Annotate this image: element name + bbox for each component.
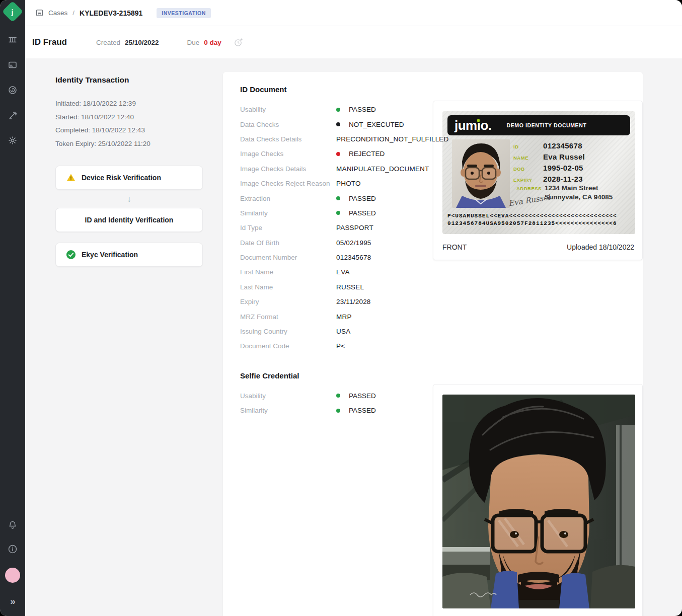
field-row: Extraction PASSED [240, 191, 447, 205]
idcard-header-title: DEMO IDENTITY DOCUMENT [507, 122, 587, 128]
field-value: 012345678 [336, 254, 447, 261]
field-label: Image Checks [240, 150, 336, 158]
card-icon[interactable] [7, 59, 18, 70]
field-value-text: 012345678 [336, 254, 371, 261]
transaction-title: Identity Transaction [55, 75, 203, 85]
field-value-text: PASSPORT [336, 224, 373, 232]
step-label: Ekyc Verification [82, 251, 138, 259]
field-value-text: P< [336, 342, 345, 350]
field-value: P< [336, 342, 447, 350]
selfie-image[interactable] [442, 395, 635, 608]
field-label: First Name [240, 268, 336, 276]
field-value-text: PASSED [349, 106, 376, 113]
status-dot-icon [336, 122, 340, 126]
field-value-text: PASSED [349, 407, 376, 414]
status-dot-icon [336, 394, 340, 398]
id-document-image[interactable]: jumıo. DEMO IDENTITY DOCUMENT [442, 111, 635, 234]
step-label: Device Risk Verification [82, 174, 161, 182]
breadcrumb-case-id: KYLEDEV3-215891 [80, 9, 142, 17]
content-area: Cases / KYLEDEV3-215891 INVESTIGATION ID… [25, 0, 682, 616]
field-row: Image Checks Details MANIPULATED_DOCUMEN… [240, 162, 447, 176]
idcard-field-row: NAME Eva Russel [513, 152, 585, 164]
idcard-field-value: Eva Russel [543, 152, 585, 161]
idcard-field-label: DOB [513, 166, 543, 172]
idcard-fields: ID 012345678 NAME Eva Russel DOB 1995-02… [513, 141, 585, 186]
transaction-meta-row: Started: 18/10/2022 12:40 [55, 111, 203, 124]
step-connector-arrow: ↓ [55, 195, 203, 203]
field-value-text: 23/11/2028 [336, 298, 371, 305]
app-logo[interactable]: j [2, 1, 23, 22]
field-value: PRECONDITION_NOT_FULFILLED [336, 135, 449, 143]
field-row: Usability PASSED [240, 389, 447, 403]
field-row: Image Checks REJECTED [240, 146, 447, 161]
field-value-text: NOT_EXECUTED [349, 121, 404, 128]
breadcrumb: Cases / KYLEDEV3-215891 INVESTIGATION [25, 0, 682, 26]
sidebar-expand-chevrons-icon[interactable]: » [10, 596, 15, 607]
field-row: Image Checks Reject Reason PHOTO [240, 176, 447, 191]
field-value: PHOTO [336, 180, 447, 187]
id-document-section-title: ID Document [240, 85, 643, 94]
status-dot-icon [336, 108, 340, 112]
field-label: Date Of Birth [240, 239, 336, 247]
breadcrumb-separator: / [72, 9, 74, 17]
verification-step-card[interactable]: Device Risk Verification [55, 166, 203, 190]
field-label: Extraction [240, 195, 336, 202]
verification-step-card[interactable]: Ekyc Verification [55, 243, 203, 267]
field-label: Usability [240, 106, 336, 113]
status-dot-icon [336, 196, 340, 200]
user-avatar[interactable] [5, 568, 20, 583]
field-value: RUSSEL [336, 283, 447, 291]
field-value: PASSED [336, 407, 447, 414]
field-label: Usability [240, 392, 336, 400]
verification-step-card[interactable]: ID and Identity Verification [55, 208, 203, 232]
field-value: PASSED [336, 106, 447, 113]
queue-icon[interactable] [7, 34, 18, 45]
idcard-mrz: P<USARUSSEL<<EVA<<<<<<<<<<<<<<<<<<<<<<<<… [447, 212, 630, 227]
case-investigation-page: j » [0, 0, 682, 616]
field-row: Similarity PASSED [240, 403, 447, 418]
case-body: Identity Transaction Initiated: 18/10/20… [25, 58, 682, 616]
idcard-field-label: NAME [513, 155, 543, 161]
status-dot-icon [336, 409, 340, 413]
field-value-text: EVA [336, 268, 350, 276]
field-value: PASSPORT [336, 224, 447, 232]
tools-icon[interactable] [7, 110, 18, 121]
jumio-logo: jumıo. [454, 119, 492, 132]
idcard-field-row: ID 012345678 [513, 141, 585, 152]
field-value-text: MRP [336, 313, 352, 321]
info-icon[interactable] [7, 544, 18, 555]
field-row: MRZ Format MRP [240, 309, 447, 324]
due-label: Due [187, 39, 200, 46]
field-label: Image Checks Reject Reason [240, 180, 336, 187]
idcard-address-value: 1234 Main Street Sunnyvale, CA 94085 [545, 184, 613, 202]
monitor-dial-icon[interactable] [7, 85, 18, 96]
field-value-text: MANIPULATED_DOCUMENT [336, 165, 429, 173]
credentials-panel: ID Document Usability PASSED Data Checks… [223, 72, 643, 616]
transaction-meta-row: Token Expiry: 25/10/2022 11:20 [55, 137, 203, 151]
created-label: Created [96, 39, 120, 46]
step-status-icon [66, 250, 76, 260]
case-header: ID Fraud Created 25/10/2022 Due 0 day [25, 26, 682, 58]
verification-steps: Device Risk Verification ↓ ID and Identi… [55, 166, 203, 267]
idcard-field-value: 012345678 [543, 141, 582, 150]
due-value: 0 day [204, 39, 221, 46]
selfie-image-card [433, 384, 643, 616]
idcard-field-label: ID [513, 144, 543, 149]
page-title: ID Fraud [32, 37, 67, 47]
field-label: Id Type [240, 224, 336, 232]
notifications-bell-icon[interactable] [7, 519, 18, 530]
idcard-field-label: EXPIRY [513, 177, 543, 183]
selfie-credential-section-title: Selfie Credential [240, 371, 643, 380]
field-row: Last Name RUSSEL [240, 280, 447, 294]
field-label: MRZ Format [240, 313, 336, 321]
reminder-clock-icon[interactable] [234, 38, 243, 47]
breadcrumb-cases-link[interactable]: Cases [48, 9, 67, 17]
field-value: 23/11/2028 [336, 298, 447, 305]
field-row: Date Of Birth 05/02/1995 [240, 236, 447, 250]
check-circle-icon [66, 250, 76, 260]
field-row: Data Checks NOT_EXECUTED [240, 117, 447, 131]
settings-gear-icon[interactable] [7, 135, 18, 146]
step-label: ID and Identity Verification [85, 216, 174, 224]
field-value: EVA [336, 268, 447, 276]
field-value-text: PASSED [349, 209, 376, 217]
